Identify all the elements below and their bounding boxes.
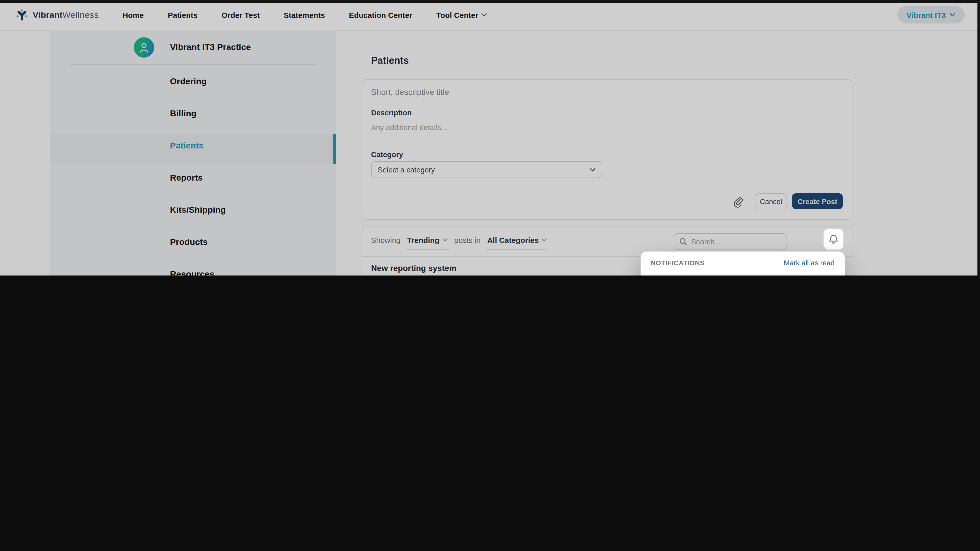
notifications-panel: NOTIFICATIONS Mark all as read Missing h…	[641, 251, 845, 275]
window-right-edge	[977, 0, 980, 275]
window-top-edge	[0, 0, 980, 3]
notifications-title: NOTIFICATIONS	[651, 259, 705, 267]
app-window: VibrantWellness Home Patients Order Test…	[0, 0, 980, 275]
bell-icon	[829, 234, 838, 245]
mark-all-as-read-link[interactable]: Mark all as read	[784, 259, 835, 267]
notifications-bell-button[interactable]	[823, 229, 844, 250]
notification-item[interactable]: Missing hormone questionnaires in Patien…	[641, 275, 845, 275]
notifications-header: NOTIFICATIONS Mark all as read	[641, 251, 845, 275]
